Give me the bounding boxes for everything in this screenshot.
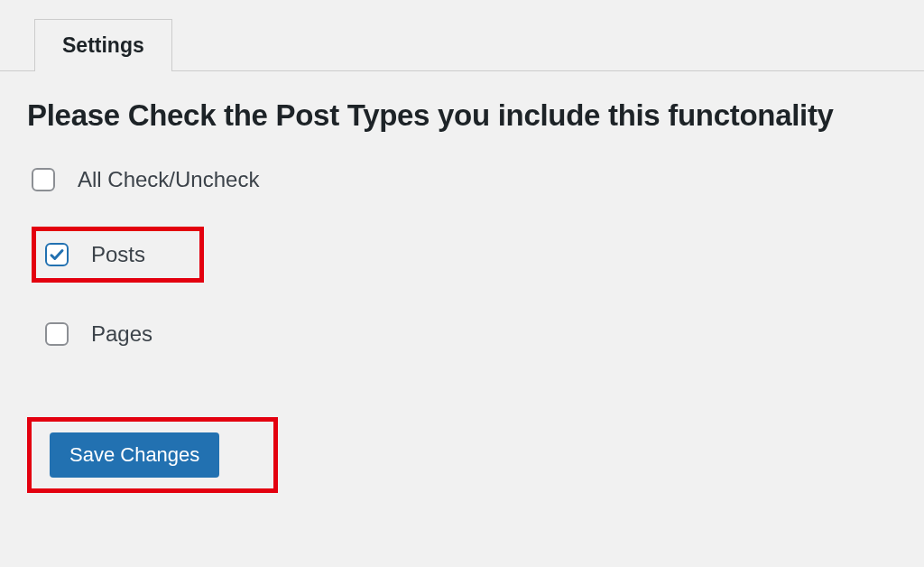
checkbox-label-all: All Check/Uncheck xyxy=(78,167,259,192)
checkmark-icon xyxy=(49,246,65,263)
settings-content: Please Check the Post Types you include … xyxy=(0,71,924,520)
page-heading: Please Check the Post Types you include … xyxy=(27,98,897,133)
checkbox-posts[interactable] xyxy=(45,243,69,266)
checkbox-label-pages: Pages xyxy=(91,321,152,347)
highlight-save-button: Save Changes xyxy=(27,417,278,493)
save-button[interactable]: Save Changes xyxy=(50,432,219,478)
checkbox-row-pages: Pages xyxy=(45,314,897,354)
checkbox-all[interactable] xyxy=(32,168,55,191)
save-button-label: Save Changes xyxy=(69,443,199,466)
tab-bar: Settings xyxy=(0,0,924,71)
checkbox-label-posts: Posts xyxy=(91,242,145,267)
tab-settings[interactable]: Settings xyxy=(34,19,172,71)
checkbox-row-posts: Posts xyxy=(45,242,145,267)
checkbox-pages[interactable] xyxy=(45,322,69,346)
tab-label: Settings xyxy=(62,33,144,57)
highlight-posts: Posts xyxy=(32,227,204,283)
checkbox-row-all: All Check/Uncheck xyxy=(27,160,897,200)
